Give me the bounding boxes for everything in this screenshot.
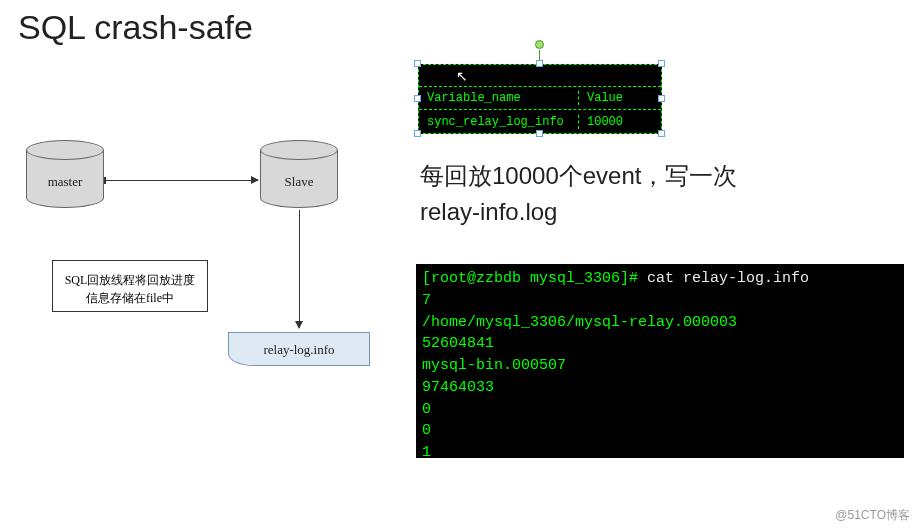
resize-handle[interactable] xyxy=(414,95,421,102)
var-value-cell: 10000 xyxy=(579,115,661,129)
caption-line1: 每回放10000个event，写一次 xyxy=(420,162,737,189)
resize-handle[interactable] xyxy=(536,60,543,67)
sql-thread-note: SQL回放线程将回放进度 信息存储在file中 xyxy=(52,260,208,312)
terminal-prompt: [root@zzbdb mysql_3306]# xyxy=(422,270,647,287)
replication-diagram: master Slave SQL回放线程将回放进度 信息存储在file中 rel… xyxy=(10,120,410,420)
terminal-line: mysql-bin.000507 xyxy=(422,357,566,374)
rotate-handle[interactable] xyxy=(535,40,544,49)
terminal-line: 0 xyxy=(422,401,431,418)
page-title: SQL crash-safe xyxy=(18,8,253,47)
resize-handle[interactable] xyxy=(658,130,665,137)
mysql-variable-table: Variable_name Value sync_relay_log_info … xyxy=(418,64,662,134)
arrow-slave-to-file xyxy=(299,210,300,328)
master-label: master xyxy=(26,174,104,190)
variable-table-shape[interactable]: Variable_name Value sync_relay_log_info … xyxy=(410,56,670,142)
caption-text: 每回放10000个event，写一次 relay-info.log xyxy=(420,158,737,230)
terminal-line: 52604841 xyxy=(422,335,494,352)
relay-log-info-file: relay-log.info xyxy=(228,332,370,366)
var-header-name: Variable_name xyxy=(419,91,579,105)
master-db-icon: master xyxy=(26,140,104,210)
resize-handle[interactable] xyxy=(414,60,421,67)
slave-label: Slave xyxy=(260,174,338,190)
var-name-cell: sync_relay_log_info xyxy=(419,115,579,129)
terminal-line: /home/mysql_3306/mysql-relay.000003 xyxy=(422,314,737,331)
watermark: @51CTO博客 xyxy=(835,507,910,524)
note-line2: 信息存储在file中 xyxy=(86,291,174,305)
resize-handle[interactable] xyxy=(658,60,665,67)
terminal-command: cat relay-log.info xyxy=(647,270,809,287)
terminal-line: 1 xyxy=(422,444,431,458)
terminal-output: [root@zzbdb mysql_3306]# cat relay-log.i… xyxy=(416,264,904,458)
var-header-value: Value xyxy=(579,91,661,105)
resize-handle[interactable] xyxy=(536,130,543,137)
resize-handle[interactable] xyxy=(658,95,665,102)
slave-db-icon: Slave xyxy=(260,140,338,210)
terminal-line: 7 xyxy=(422,292,431,309)
terminal-line: 97464033 xyxy=(422,379,494,396)
resize-handle[interactable] xyxy=(414,130,421,137)
arrow-master-to-slave xyxy=(106,180,258,181)
note-line1: SQL回放线程将回放进度 xyxy=(65,273,196,287)
terminal-line: 0 xyxy=(422,422,431,439)
caption-line2: relay-info.log xyxy=(420,198,557,225)
